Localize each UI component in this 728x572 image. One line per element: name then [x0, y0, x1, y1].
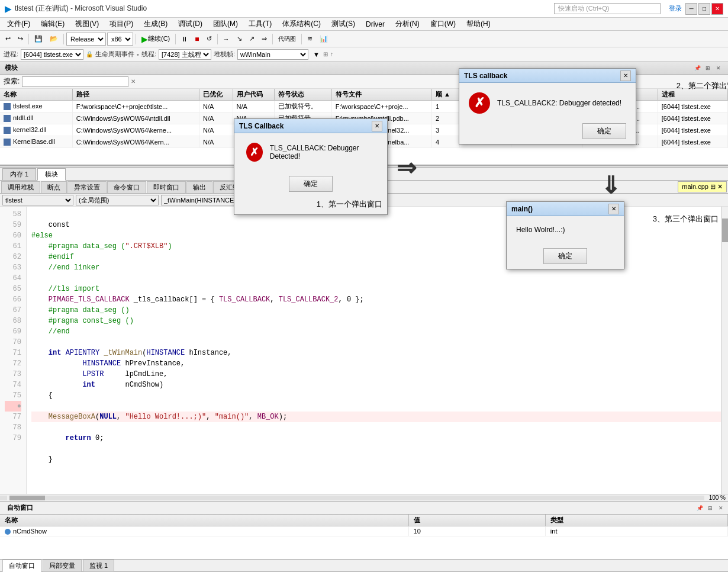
global-scope-select[interactable]: (全局范围): [76, 195, 159, 205]
perf-button[interactable]: ≋: [304, 33, 315, 46]
menu-build[interactable]: 生成(B): [139, 18, 172, 30]
next-statement-button[interactable]: ⇒: [259, 33, 270, 46]
menu-file[interactable]: 文件(F): [2, 18, 35, 30]
panel-close-button[interactable]: ✕: [714, 63, 723, 73]
editor-scrollbar-v[interactable]: [721, 207, 728, 494]
dialog-tls-callback2[interactable]: TLS callback ✕ ✗ TLS_CALLBACK2: Debugger…: [459, 68, 636, 144]
title-bar: ▶ tlstest (正在调试) - Microsoft Visual Stud…: [0, 0, 728, 18]
thread-select[interactable]: [7428] 主线程: [159, 49, 211, 60]
cell-optimized: N/A: [199, 124, 233, 136]
panel-pin-button[interactable]: 📌: [692, 63, 702, 73]
stack-select[interactable]: wWinMain: [237, 49, 308, 60]
table-row[interactable]: nCmdShow 10 int: [0, 526, 728, 536]
dialog2-ok-button[interactable]: 确定: [582, 123, 626, 139]
cell-path: F:\workspace\C++project\tlste...: [72, 101, 199, 113]
tab-output[interactable]: 输出: [186, 181, 212, 193]
menu-debug[interactable]: 调试(D): [173, 18, 207, 30]
dialog3-ok-button[interactable]: 确定: [543, 248, 587, 264]
debug-bar-icon1: 🔒: [86, 51, 93, 57]
menu-analyze[interactable]: 分析(N): [391, 18, 424, 30]
minimize-button[interactable]: ─: [685, 3, 697, 15]
active-file-tab[interactable]: main.cpp ⊞ ✕: [678, 181, 727, 192]
dialog1-annotation: 1、第一个弹出窗口: [234, 197, 387, 214]
clear-search-icon[interactable]: ✕: [131, 78, 136, 85]
redo-button[interactable]: ↪: [15, 33, 26, 46]
menu-project[interactable]: 项目(P): [105, 18, 138, 30]
step-into-button[interactable]: ↘: [234, 33, 245, 46]
tab-immediate[interactable]: 即时窗口: [147, 181, 186, 193]
col-optimized: 已优化: [199, 89, 233, 101]
config-select[interactable]: Release: [66, 33, 106, 46]
tab-local-vars[interactable]: 局部变量: [43, 560, 82, 572]
bottom-panel-float[interactable]: ⊟: [706, 503, 715, 513]
cell-name: tlstest.exe: [0, 101, 72, 113]
tab-auto-vars[interactable]: 自动窗口: [2, 560, 41, 572]
menu-test[interactable]: 测试(S): [327, 18, 360, 30]
restart-button[interactable]: ↺: [204, 33, 215, 46]
toolbar-sep4: [175, 34, 176, 44]
dialog-main[interactable]: main() ✕ Hello Wolrd!...:) 确定 3、第三个弹出窗口: [506, 201, 624, 269]
continue-button[interactable]: ▶ 继续(C): [138, 33, 173, 46]
menu-help[interactable]: 帮助(H): [462, 18, 495, 30]
bottom-panel-close[interactable]: ✕: [716, 503, 726, 513]
platform-select[interactable]: x86: [107, 33, 133, 46]
cell-name: KernelBase.dll: [0, 136, 72, 148]
dialog1-title: TLS Callback: [239, 122, 284, 130]
dialog-tls-callback1[interactable]: TLS Callback ✕ ✗ TLS_CALLBACK: Debugger …: [234, 118, 388, 215]
dialog1-close-button[interactable]: ✕: [372, 121, 382, 131]
line-67: 67: [5, 305, 21, 316]
undo-button[interactable]: ↩: [2, 33, 14, 46]
menu-tools[interactable]: 工具(T): [244, 18, 276, 30]
menu-edit[interactable]: 编辑(E): [36, 18, 69, 30]
search-box[interactable]: 快速启动 (Ctrl+Q): [554, 3, 661, 14]
line-61: 61: [5, 241, 21, 252]
maximize-button[interactable]: □: [698, 3, 710, 15]
module-search-input[interactable]: [22, 76, 128, 87]
dialog3-close-button[interactable]: ✕: [608, 204, 619, 214]
login-link[interactable]: 登录: [669, 4, 682, 13]
line-60: 60: [5, 230, 21, 241]
debug-bar: 进程: [6044] tlstest.exe 🔒 生命周期事件 • 线程: [7…: [0, 47, 728, 62]
save-button[interactable]: 💾: [31, 33, 46, 46]
open-button[interactable]: 📂: [47, 33, 61, 46]
tab-watch1[interactable]: 监视 1: [83, 560, 114, 572]
tab-exceptions[interactable]: 异常设置: [67, 181, 107, 193]
bottom-panel-pin[interactable]: 📌: [695, 503, 704, 513]
stop-button[interactable]: ■: [192, 33, 202, 46]
menu-team[interactable]: 团队(M): [208, 18, 243, 30]
dialog2-content: ✗ TLS_CALLBACK2: Debugger detected!: [459, 83, 636, 118]
tab-breakpoints[interactable]: 断点: [41, 181, 67, 193]
step-over-button[interactable]: →: [220, 33, 233, 46]
file-scope-select[interactable]: tlstest: [2, 195, 73, 205]
code-view-button[interactable]: 代码图: [275, 33, 299, 46]
menu-view[interactable]: 视图(V): [70, 18, 104, 30]
menu-arch[interactable]: 体系结构(C): [278, 18, 326, 30]
col-value: 值: [408, 515, 545, 526]
tab-modules[interactable]: 模块: [37, 168, 66, 181]
line-77: 77: [5, 412, 21, 422]
toolbar-sep3: [136, 34, 136, 44]
toolbar-sep6: [272, 34, 273, 44]
cell-process: [6044] tlstest.exe: [658, 136, 727, 148]
h-scroll-track[interactable]: [9, 496, 704, 500]
cell-value: 10: [408, 526, 545, 536]
dialog1-ok-button[interactable]: 确定: [289, 176, 333, 192]
diag-button[interactable]: 📊: [317, 33, 331, 46]
tab-command[interactable]: 命令窗口: [107, 181, 146, 193]
process-select[interactable]: [6044] tlstest.exe: [21, 49, 83, 60]
line-75: 75: [5, 390, 21, 401]
menu-window[interactable]: 窗口(W): [426, 18, 460, 30]
menu-driver[interactable]: Driver: [361, 19, 389, 30]
tab-memory1[interactable]: 内存 1: [2, 168, 36, 180]
dialog3-content: Hello Wolrd!...:): [507, 216, 624, 243]
step-out-button[interactable]: ↗: [246, 33, 257, 46]
col-usercode: 用户代码: [233, 89, 274, 101]
panel-float-button[interactable]: ⊞: [703, 63, 713, 73]
pause-button[interactable]: ⏸: [178, 33, 191, 46]
close-button[interactable]: ✕: [711, 3, 723, 15]
tab-callstack[interactable]: 调用堆栈: [1, 181, 40, 193]
dialog2-close-button[interactable]: ✕: [620, 70, 631, 81]
h-scroll-thumb[interactable]: [9, 496, 45, 500]
editor-scrollbar-h[interactable]: 100 %: [0, 494, 728, 501]
cell-name: kernel32.dll: [0, 124, 72, 136]
